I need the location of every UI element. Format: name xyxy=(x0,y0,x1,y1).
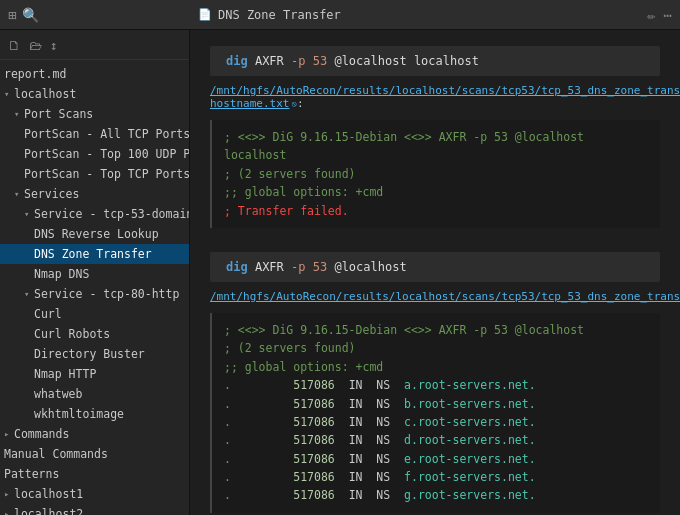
sidebar-item-label: DNS Zone Transfer xyxy=(34,247,152,261)
arrow-icon xyxy=(14,109,24,119)
dot: . xyxy=(224,470,231,484)
title-bar: ⊞ 🔍 📄 DNS Zone Transfer ✏️ ⋯ xyxy=(0,0,680,30)
output-block-1: ; <<>> DiG 9.16.15-Debian <<>> AXFR -p 5… xyxy=(210,120,660,228)
output-line: ;; global options: +cmd xyxy=(224,358,648,376)
sidebar-item-label: PortScan - Top TCP Ports xyxy=(24,167,189,181)
more-icon[interactable]: ⋯ xyxy=(664,7,672,23)
output-line: . 517086 IN NS e.root-servers.net. xyxy=(224,450,648,468)
arrow-icon xyxy=(24,209,34,219)
file-link-2[interactable]: /mnt/hgfs/AutoRecon/results/localhost/sc… xyxy=(210,290,680,303)
output-line: ; (2 servers found) xyxy=(224,165,648,183)
sidebar-item-curl[interactable]: Curl xyxy=(0,304,189,324)
window-icon: ⊞ xyxy=(8,7,16,23)
sidebar-item-label: PortScan - Top 100 UDP Ports xyxy=(24,147,189,161)
file-doc-icon: 📄 xyxy=(198,8,212,22)
sidebar-item-label: Service - tcp-80-http xyxy=(34,287,179,301)
cmd-arg: AXFR xyxy=(255,260,291,274)
window-title: DNS Zone Transfer xyxy=(218,8,341,22)
sidebar-item-service-tcp80[interactable]: Service - tcp-80-http xyxy=(0,284,189,304)
sidebar-item-portscan-all[interactable]: PortScan - All TCP Ports xyxy=(0,124,189,144)
title-bar-left: ⊞ 🔍 xyxy=(8,7,198,23)
output-line: . 517086 IN NS f.root-servers.net. xyxy=(224,468,648,486)
sidebar-item-port-scans[interactable]: Port Scans xyxy=(0,104,189,124)
sidebar-item-wkhtmltoimage[interactable]: wkhtmltoimage xyxy=(0,404,189,424)
sidebar-item-label: Manual Commands xyxy=(4,447,108,461)
output-line: . 517086 IN NS d.root-servers.net. xyxy=(224,431,648,449)
cmd-flag: -p 53 xyxy=(291,260,327,274)
sidebar-item-label: Services xyxy=(24,187,79,201)
sidebar-item-whatweb[interactable]: whatweb xyxy=(0,384,189,404)
sidebar-item-nmap-dns[interactable]: Nmap DNS xyxy=(0,264,189,284)
dot: . xyxy=(224,433,231,447)
sidebar-item-label: Commands xyxy=(14,427,69,441)
output-line: ;; global options: +cmd xyxy=(224,183,648,201)
sidebar-item-commands[interactable]: Commands xyxy=(0,424,189,444)
cmd-keyword: dig xyxy=(226,260,248,274)
dot: . xyxy=(224,415,231,429)
command-line-1: dig AXFR -p 53 @localhost localhost xyxy=(210,46,660,76)
output-line: ; Transfer failed. xyxy=(224,202,648,220)
output-line: . 517086 IN NS g.root-servers.net. xyxy=(224,486,648,504)
arrow-icon xyxy=(24,289,34,299)
sidebar-item-label: Service - tcp-53-domain xyxy=(34,207,189,221)
arrow-icon xyxy=(4,509,14,515)
edit-icon[interactable]: ✏️ xyxy=(647,7,655,23)
title-bar-center: 📄 DNS Zone Transfer xyxy=(198,8,647,22)
file-colon-1: : xyxy=(297,97,304,110)
sidebar-item-service-tcp53[interactable]: Service - tcp-53-domain xyxy=(0,204,189,224)
sidebar-item-services[interactable]: Services xyxy=(0,184,189,204)
command-block-2: dig AXFR -p 53 @localhost /mnt/hgfs/Auto… xyxy=(210,252,660,513)
dot: . xyxy=(224,488,231,502)
output-block-2: ; <<>> DiG 9.16.15-Debian <<>> AXFR -p 5… xyxy=(210,313,660,513)
dot: . xyxy=(224,452,231,466)
output-line: ; (2 servers found) xyxy=(224,339,648,357)
sidebar-item-label: PortScan - All TCP Ports xyxy=(24,127,189,141)
sidebar-item-label: wkhtmltoimage xyxy=(34,407,124,421)
output-line: ; <<>> DiG 9.16.15-Debian <<>> AXFR -p 5… xyxy=(224,321,648,339)
sidebar: 🗋 🗁 ↕ report.md localhost Port Scans xyxy=(0,30,190,515)
sidebar-item-patterns[interactable]: Patterns xyxy=(0,464,189,484)
file-link-1[interactable]: /mnt/hgfs/AutoRecon/results/localhost/sc… xyxy=(210,84,680,110)
sidebar-item-label: Directory Buster xyxy=(34,347,145,361)
main-layout: 🗋 🗁 ↕ report.md localhost Port Scans xyxy=(0,30,680,515)
cmd-arg: @localhost xyxy=(334,260,406,274)
new-file-icon[interactable]: 🗋 xyxy=(8,38,21,53)
sidebar-item-localhost2[interactable]: localhost2 xyxy=(0,504,189,515)
sidebar-item-localhost[interactable]: localhost xyxy=(0,84,189,104)
output-line: ; <<>> DiG 9.16.15-Debian <<>> AXFR -p 5… xyxy=(224,128,648,165)
output-line: . 517086 IN NS a.root-servers.net. xyxy=(224,376,648,394)
sidebar-item-label: Nmap HTTP xyxy=(34,367,96,381)
sidebar-item-label: Curl xyxy=(34,307,62,321)
sidebar-item-dns-reverse[interactable]: DNS Reverse Lookup xyxy=(0,224,189,244)
sidebar-item-nmap-http[interactable]: Nmap HTTP xyxy=(0,364,189,384)
sidebar-item-dns-zone[interactable]: DNS Zone Transfer xyxy=(0,244,189,264)
sidebar-item-label: localhost1 xyxy=(14,487,83,501)
sidebar-item-portscan-udp[interactable]: PortScan - Top 100 UDP Ports xyxy=(0,144,189,164)
sidebar-item-report[interactable]: report.md xyxy=(0,64,189,84)
sidebar-item-label: Patterns xyxy=(4,467,59,481)
search-icon[interactable]: 🔍 xyxy=(22,7,39,23)
sidebar-item-label: Nmap DNS xyxy=(34,267,89,281)
command-line-2: dig AXFR -p 53 @localhost xyxy=(210,252,660,282)
sidebar-item-curl-robots[interactable]: Curl Robots xyxy=(0,324,189,344)
output-line: . 517086 IN NS c.root-servers.net. xyxy=(224,413,648,431)
sidebar-item-label: report.md xyxy=(4,67,66,81)
sidebar-item-manual-commands[interactable]: Manual Commands xyxy=(0,444,189,464)
sidebar-item-directory-buster[interactable]: Directory Buster xyxy=(0,344,189,364)
file-link-line-2: /mnt/hgfs/AutoRecon/results/localhost/sc… xyxy=(210,290,660,303)
cmd-arg: @localhost localhost xyxy=(334,54,479,68)
arrow-icon xyxy=(4,489,14,499)
sidebar-item-label: Port Scans xyxy=(24,107,93,121)
sort-icon[interactable]: ↕ xyxy=(50,38,58,53)
command-block-1: dig AXFR -p 53 @localhost localhost /mnt… xyxy=(210,46,660,228)
file-link-line-1: /mnt/hgfs/AutoRecon/results/localhost/sc… xyxy=(210,84,660,110)
cmd-keyword: dig xyxy=(226,54,248,68)
new-folder-icon[interactable]: 🗁 xyxy=(29,38,42,53)
cmd-arg: AXFR xyxy=(255,54,291,68)
arrow-icon xyxy=(4,89,14,99)
sidebar-item-label: DNS Reverse Lookup xyxy=(34,227,159,241)
sidebar-item-localhost1[interactable]: localhost1 xyxy=(0,484,189,504)
dot: . xyxy=(224,378,231,392)
sidebar-item-portscan-tcp[interactable]: PortScan - Top TCP Ports xyxy=(0,164,189,184)
sidebar-item-label: Curl Robots xyxy=(34,327,110,341)
